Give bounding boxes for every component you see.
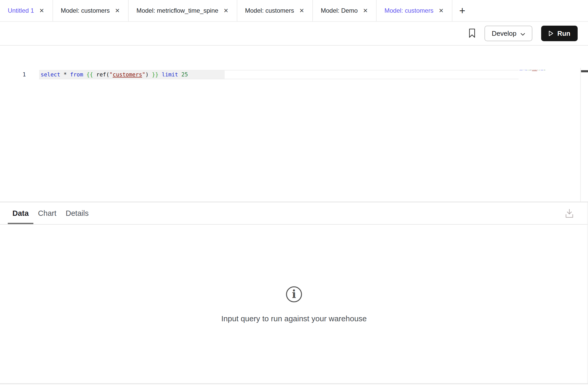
editor-tab-2[interactable]: Model: metricflow_time_spine✕ bbox=[129, 0, 237, 21]
tab-label: Model: metricflow_time_spine bbox=[136, 7, 218, 14]
code-token: ref bbox=[96, 72, 106, 78]
play-icon bbox=[548, 30, 554, 37]
close-tab-icon[interactable]: ✕ bbox=[438, 7, 444, 14]
code-token: ) bbox=[145, 72, 149, 78]
editor-tab-4[interactable]: Model: Demo✕ bbox=[313, 0, 377, 21]
editor-tab-1[interactable]: Model: customers✕ bbox=[53, 0, 129, 21]
add-tab-button[interactable]: + bbox=[452, 0, 472, 21]
tab-list: Untitled 1✕Model: customers✕Model: metri… bbox=[0, 0, 452, 21]
code-token: 25 bbox=[544, 69, 545, 71]
editor-tab-bar: Untitled 1✕Model: customers✕Model: metri… bbox=[0, 0, 588, 22]
empty-results-message: Input query to run against your warehous… bbox=[221, 314, 367, 323]
tab-label: Model: customers bbox=[245, 7, 294, 14]
code-token: customers bbox=[532, 69, 537, 71]
code-token: select bbox=[519, 69, 523, 71]
code-token: " bbox=[109, 72, 113, 78]
close-tab-icon[interactable]: ✕ bbox=[223, 7, 229, 14]
ide-window: Untitled 1✕Model: customers✕Model: metri… bbox=[0, 0, 588, 385]
download-results-button[interactable] bbox=[564, 208, 574, 219]
code-token bbox=[158, 72, 162, 78]
active-code-line[interactable]: select * from {{ ref("customers") }} lim… bbox=[39, 70, 519, 79]
svg-text:i: i bbox=[292, 288, 296, 301]
bookmark-icon bbox=[468, 28, 476, 39]
bottom-divider-bar bbox=[0, 383, 588, 384]
panel-tab-details[interactable]: Details bbox=[61, 202, 93, 224]
code-token: from bbox=[525, 69, 527, 71]
editor-scrollbar-thumb[interactable] bbox=[581, 70, 588, 72]
editor-tab-5[interactable]: Model: customers✕ bbox=[377, 0, 452, 21]
tab-label: Untitled 1 bbox=[8, 7, 34, 14]
line-number-gutter: 1 bbox=[0, 70, 39, 79]
close-tab-icon[interactable]: ✕ bbox=[362, 7, 368, 14]
code-token bbox=[83, 72, 86, 78]
chevron-down-icon bbox=[520, 30, 525, 38]
close-tab-icon[interactable]: ✕ bbox=[114, 7, 120, 14]
editor-tab-3[interactable]: Model: customers✕ bbox=[237, 0, 313, 21]
code-token: }} bbox=[152, 72, 158, 78]
code-token bbox=[60, 72, 64, 78]
tab-label: Model: customers bbox=[384, 7, 433, 14]
code-token: limit bbox=[162, 72, 178, 78]
code-token: select bbox=[41, 72, 60, 78]
code-token: limit bbox=[541, 69, 543, 71]
toolbar: Develop Run bbox=[0, 22, 588, 46]
code-token: * bbox=[64, 72, 67, 78]
code-token: customers bbox=[113, 72, 142, 78]
code-token bbox=[178, 72, 181, 78]
editor-scrollbar[interactable] bbox=[580, 68, 588, 202]
editor-minimap[interactable]: select * from {{ ref("customers") }} lim… bbox=[519, 69, 550, 71]
develop-dropdown-button[interactable]: Develop bbox=[484, 26, 532, 41]
code-token: {{ bbox=[86, 72, 93, 78]
close-tab-icon[interactable]: ✕ bbox=[299, 7, 305, 14]
code-text[interactable]: select * from {{ ref("customers") }} lim… bbox=[39, 70, 225, 79]
sql-editor[interactable]: 1 select * from {{ ref("customers") }} l… bbox=[0, 46, 588, 202]
panel-tab-data[interactable]: Data bbox=[8, 202, 33, 224]
line-number: 1 bbox=[23, 72, 26, 78]
run-label: Run bbox=[557, 30, 570, 38]
close-tab-icon[interactable]: ✕ bbox=[39, 7, 45, 14]
run-button[interactable]: Run bbox=[541, 26, 578, 41]
code-token: ( bbox=[106, 72, 109, 78]
editor-tab-0[interactable]: Untitled 1✕ bbox=[0, 0, 53, 21]
code-token: 25 bbox=[181, 72, 188, 78]
results-panel-tabs: DataChartDetails bbox=[0, 202, 588, 225]
bookmark-button[interactable] bbox=[468, 28, 476, 39]
code-token: " bbox=[142, 72, 145, 78]
panel-tab-chart[interactable]: Chart bbox=[33, 202, 61, 224]
code-token bbox=[67, 72, 70, 78]
tab-label: Model: customers bbox=[61, 7, 110, 14]
code-token: from bbox=[70, 72, 83, 78]
empty-results-state: i Input query to run against your wareho… bbox=[0, 286, 588, 323]
code-token bbox=[93, 72, 96, 78]
tab-label: Model: Demo bbox=[321, 7, 358, 14]
download-icon bbox=[564, 216, 574, 219]
code-token bbox=[149, 72, 152, 78]
panel-tab-list: DataChartDetails bbox=[8, 202, 93, 224]
develop-label: Develop bbox=[492, 30, 516, 38]
info-icon: i bbox=[285, 286, 303, 304]
